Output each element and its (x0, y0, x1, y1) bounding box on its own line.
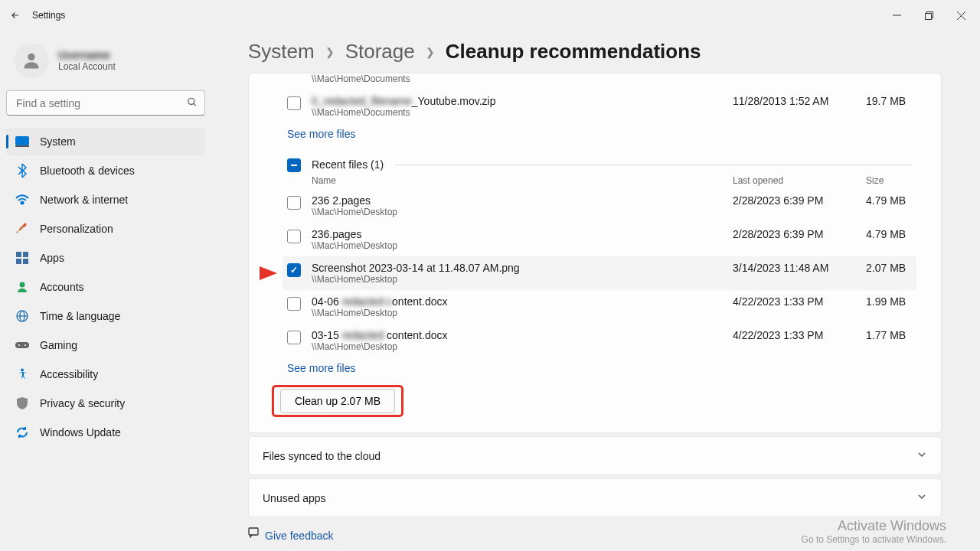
see-more-link[interactable]: See more files (287, 128, 355, 140)
nav-apps[interactable]: Apps (6, 244, 205, 272)
file-row[interactable]: 03-15 redacted content.docx\\Mac\Home\De… (287, 324, 912, 357)
file-date: 11/28/2013 1:52 AM (733, 95, 855, 107)
search-box[interactable] (6, 90, 205, 116)
file-checkbox[interactable] (287, 230, 301, 243)
svg-rect-9 (15, 145, 29, 147)
svg-line-7 (194, 103, 196, 106)
search-input[interactable] (6, 90, 205, 116)
svg-point-22 (24, 344, 26, 346)
see-more-link[interactable]: See more files (287, 362, 355, 374)
feedback-link[interactable]: Give feedback (265, 530, 334, 542)
svg-point-16 (20, 282, 25, 288)
avatar (14, 43, 49, 78)
file-checkbox[interactable] (287, 263, 301, 277)
file-size: 19.7 MB (866, 95, 912, 107)
file-name: 0_redacted_filename_Youtube.mov.zip (312, 95, 722, 107)
nav-time[interactable]: Time & language (6, 302, 205, 330)
svg-point-21 (18, 344, 20, 346)
file-name: 236.pages (312, 228, 722, 240)
svg-rect-14 (16, 259, 21, 264)
titlebar: Settings (0, 0, 980, 31)
nav-list: System Bluetooth & devices Network & int… (6, 128, 205, 446)
account-type: Local Account (58, 61, 116, 72)
col-name: Name (312, 175, 722, 186)
chevron-down-icon (916, 491, 927, 504)
file-name: Screenshot 2023-03-14 at 11.48.07 AM.png (312, 262, 722, 274)
file-date: 3/14/2023 11:48 AM (733, 262, 855, 274)
file-size: 2.07 MB (866, 262, 912, 274)
nav-update[interactable]: Windows Update (6, 419, 205, 446)
file-size: 4.79 MB (866, 194, 912, 207)
breadcrumb-system[interactable]: System (248, 40, 315, 64)
unused-apps-panel[interactable]: Unused apps (248, 478, 942, 517)
file-checkbox[interactable] (287, 196, 301, 210)
back-button[interactable] (3, 3, 28, 28)
panel-label: Files synced to the cloud (263, 450, 916, 462)
nav-privacy[interactable]: Privacy & security (6, 390, 205, 417)
cleanup-button[interactable]: Clean up 2.07 MB (280, 389, 395, 413)
file-row[interactable]: 04-06 redacted content.docx\\Mac\Home\De… (287, 290, 912, 324)
cloud-files-panel[interactable]: Files synced to the cloud (248, 436, 942, 475)
nav-accessibility[interactable]: Accessibility (6, 360, 205, 388)
file-name: 04-06 redacted content.docx (312, 295, 722, 308)
breadcrumb: System ❯ Storage ❯ Cleanup recommendatio… (248, 40, 942, 64)
annotation-arrow (217, 262, 279, 285)
nav-network[interactable]: Network & internet (6, 186, 205, 214)
feedback-icon (248, 527, 259, 540)
file-date: 2/28/2023 6:39 PM (733, 228, 855, 240)
close-button[interactable] (945, 3, 977, 28)
file-path: \\Mac\Home\Desktop (312, 308, 722, 318)
file-path: \\Mac\Home\Documents (312, 73, 912, 84)
file-row-selected[interactable]: Screenshot 2023-03-14 at 11.48.07 AM.png… (283, 256, 916, 290)
svg-point-23 (21, 369, 24, 372)
file-size: 1.99 MB (866, 295, 912, 308)
svg-rect-2 (925, 13, 931, 19)
apps-icon (15, 251, 29, 265)
account-block[interactable]: Username Local Account (6, 37, 205, 90)
file-row[interactable]: 236.pages\\Mac\Home\Desktop 2/28/2023 6:… (287, 223, 912, 256)
file-row[interactable]: 236 2.pages\\Mac\Home\Desktop 2/28/2023 … (287, 189, 912, 223)
files-panel: \\Mac\Home\Documents 0_redacted_filename… (248, 73, 942, 433)
recent-files-header[interactable]: Recent files (1) (287, 157, 912, 172)
minimize-button[interactable] (880, 3, 913, 28)
section-checkbox[interactable] (287, 158, 301, 172)
svg-rect-8 (15, 136, 29, 145)
file-size: 1.77 MB (866, 329, 912, 341)
file-path: \\Mac\Home\Desktop (312, 240, 722, 251)
breadcrumb-storage[interactable]: Storage (345, 40, 415, 64)
brush-icon (15, 222, 29, 236)
breadcrumb-current: Cleanup recommendations (446, 40, 701, 64)
nav-personalization[interactable]: Personalization (6, 215, 205, 243)
maximize-button[interactable] (913, 3, 945, 28)
file-size: 4.79 MB (866, 228, 912, 240)
svg-rect-15 (23, 259, 28, 264)
svg-point-6 (188, 98, 194, 104)
nav-accounts[interactable]: Accounts (6, 273, 205, 301)
file-path: \\Mac\Home\Desktop (312, 274, 722, 285)
file-checkbox[interactable] (287, 331, 301, 344)
window-title: Settings (32, 10, 65, 21)
globe-icon (15, 309, 29, 323)
svg-rect-12 (16, 252, 21, 257)
file-checkbox[interactable] (287, 297, 301, 311)
person-icon (15, 280, 29, 294)
file-path: \\Mac\Home\Desktop (312, 341, 722, 352)
panel-label: Unused apps (263, 492, 916, 504)
file-row[interactable]: 0_redacted_filename_Youtube.mov.zip \\Ma… (287, 90, 912, 123)
col-date: Last opened (733, 175, 855, 186)
nav-gaming[interactable]: Gaming (6, 331, 205, 359)
wifi-icon (15, 193, 29, 207)
file-date: 2/28/2023 6:39 PM (733, 194, 855, 207)
account-name: Username (58, 49, 116, 61)
svg-point-5 (28, 54, 34, 60)
shield-icon (15, 396, 29, 410)
file-name: 236 2.pages (312, 194, 722, 207)
nav-system[interactable]: System (6, 128, 205, 155)
file-name: 03-15 redacted content.docx (312, 329, 722, 341)
svg-rect-24 (249, 528, 258, 535)
svg-rect-13 (23, 252, 28, 257)
column-headers: Name Last opened Size (287, 172, 912, 189)
file-checkbox[interactable] (287, 96, 301, 110)
nav-bluetooth[interactable]: Bluetooth & devices (6, 157, 205, 184)
chevron-icon: ❯ (325, 46, 335, 58)
